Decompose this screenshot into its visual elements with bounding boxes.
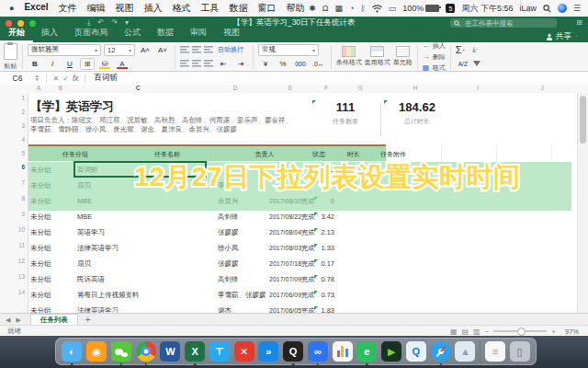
- decimal-buttons[interactable]: .0↔: [311, 58, 326, 70]
- spotlight-search-icon[interactable]: [543, 5, 551, 13]
- zoom-out-button[interactable]: −: [485, 328, 490, 336]
- table-header-时长[interactable]: 时长: [347, 150, 360, 159]
- cell-r5c3[interactable]: 张媛媛: [218, 228, 267, 237]
- style-button-1[interactable]: 套用格式: [365, 46, 390, 67]
- align-bottom-icon[interactable]: [204, 46, 213, 53]
- cell-r8c5[interactable]: 0.78: [303, 275, 334, 283]
- cell-r6c3[interactable]: 徐小凤: [218, 244, 267, 253]
- menu-1[interactable]: 文件: [59, 2, 77, 15]
- menu-excel[interactable]: Excel: [24, 2, 48, 15]
- row-header-10[interactable]: 10: [18, 226, 25, 233]
- cell-r10c1[interactable]: 未分组: [30, 306, 74, 313]
- row-header-2[interactable]: 2: [21, 109, 25, 115]
- cell-r8c1[interactable]: 未分组: [30, 275, 74, 284]
- ribbon-tab-审阅[interactable]: 审阅: [182, 27, 215, 42]
- cell-r7c2[interactable]: 扇贝: [77, 259, 215, 269]
- display-icon[interactable]: ▭: [389, 5, 397, 13]
- column-header-H[interactable]: H: [413, 85, 418, 91]
- table-header-任务名称[interactable]: 任务名称: [154, 150, 180, 159]
- cell-r5c2[interactable]: 英语学习: [77, 228, 215, 237]
- cell-r8c2[interactable]: 民诉英语: [77, 275, 215, 284]
- siri-icon[interactable]: [558, 4, 567, 13]
- ribbon-tab-页面布局[interactable]: 页面布局: [66, 27, 116, 42]
- cells-button-格式[interactable]: ▦格式: [423, 63, 446, 73]
- name-box[interactable]: C6: [0, 74, 35, 83]
- paste-button[interactable]: 粘贴: [4, 43, 17, 71]
- insert-function-icon[interactable]: fx: [73, 74, 79, 83]
- decrease-font-button[interactable]: A˅: [155, 44, 170, 56]
- zoom-slider[interactable]: [493, 330, 547, 332]
- column-header-J[interactable]: J: [540, 85, 543, 91]
- safari-icon[interactable]: [431, 341, 451, 362]
- name-box-stepper[interactable]: ▲▼: [35, 75, 39, 82]
- cell-r6c5[interactable]: 1.33: [303, 244, 334, 252]
- number-format-select[interactable]: 常规 ▾: [258, 44, 319, 56]
- font-color-button[interactable]: A: [115, 58, 130, 70]
- search-input[interactable]: [463, 18, 549, 29]
- increase-font-button[interactable]: A˄: [138, 44, 153, 56]
- table-header-任务分组[interactable]: 任务分组: [62, 150, 88, 159]
- scrollbar-thumb[interactable]: [580, 96, 586, 144]
- red-x-app-icon[interactable]: ✕: [234, 341, 254, 362]
- cell-r4c3[interactable]: 高剑锋: [218, 213, 267, 222]
- table-header-状态[interactable]: 状态: [312, 150, 325, 159]
- menu-3[interactable]: 视图: [116, 2, 134, 15]
- align-top-icon[interactable]: [180, 46, 189, 53]
- status-misc-icon[interactable]: ✱: [309, 5, 316, 13]
- prev-sheet-icon[interactable]: ◀: [6, 316, 10, 324]
- column-header-A[interactable]: A: [37, 85, 40, 91]
- baidu-netdisk-icon[interactable]: ∞: [308, 341, 328, 362]
- cell-r5c5[interactable]: 2.13: [303, 228, 334, 236]
- chrome-icon[interactable]: [136, 341, 156, 362]
- cell-r4c5[interactable]: 3.42: [303, 213, 334, 221]
- cell-r4c1[interactable]: 未分组: [30, 213, 74, 222]
- page-break-view-icon[interactable]: ▥: [473, 328, 481, 336]
- table-row[interactable]: 未分组法律英语学习谢杰2017/06/05完成1.83: [0, 303, 577, 313]
- thunder-icon[interactable]: »: [258, 341, 278, 362]
- ribbon-tab-开始[interactable]: 开始: [0, 27, 33, 42]
- row-header-13[interactable]: 13: [18, 273, 25, 280]
- cell-r8c3[interactable]: 高剑锋: [218, 275, 267, 284]
- column-header-F[interactable]: F: [324, 85, 328, 91]
- column-header-G[interactable]: G: [357, 85, 362, 91]
- trash-icon[interactable]: ▯: [510, 341, 530, 362]
- column-header-E[interactable]: E: [288, 85, 292, 91]
- qq-icon[interactable]: Q: [283, 341, 303, 362]
- row-header-1[interactable]: 1: [21, 95, 25, 101]
- quicktime-icon[interactable]: Q: [406, 341, 426, 362]
- row-header-5[interactable]: 5: [21, 150, 25, 156]
- indent-decrease-button[interactable]: ⇤: [216, 58, 231, 70]
- notification-center-icon[interactable]: ☰: [573, 5, 581, 13]
- table-row[interactable]: 未分组民诉英语高剑锋2017/07/09完成0.78: [0, 271, 577, 288]
- cells-button-删除[interactable]: →删除: [423, 52, 446, 62]
- row-header-4[interactable]: 4: [21, 136, 25, 143]
- autosum-button[interactable]: Σ·: [456, 44, 465, 55]
- row-header-9[interactable]: 9: [21, 211, 25, 217]
- evernote-icon[interactable]: e: [356, 341, 377, 362]
- cell-r6c2[interactable]: 法律英语学习: [77, 244, 215, 253]
- notes-icon[interactable]: ≡: [485, 341, 505, 362]
- formula-value[interactable]: 百词斩: [95, 73, 119, 84]
- fill-button[interactable]: ⤓·: [468, 44, 482, 56]
- zoom-slider-thumb[interactable]: [517, 328, 526, 336]
- align-middle-icon[interactable]: [192, 46, 201, 53]
- row-header-14[interactable]: 14: [18, 289, 25, 295]
- word-icon[interactable]: W: [160, 341, 180, 362]
- zoom-in-button[interactable]: +: [551, 328, 556, 336]
- column-header-D[interactable]: D: [233, 85, 238, 91]
- table-row[interactable]: 未分组MBE高剑锋2017/08/22完成3.42: [0, 209, 577, 225]
- cell-r5c1[interactable]: 未分组: [30, 228, 74, 237]
- indent-increase-button[interactable]: ⇥: [233, 58, 248, 70]
- cell-r4c2[interactable]: MBE: [77, 213, 215, 221]
- finder-icon[interactable]: ◐: [62, 341, 82, 362]
- cancel-entry-icon[interactable]: ✕: [52, 75, 59, 83]
- fill-color-button[interactable]: ⛁: [97, 58, 112, 70]
- column-header-I[interactable]: I: [477, 85, 479, 91]
- ribbon-tab-公式[interactable]: 公式: [116, 27, 149, 42]
- menu-6[interactable]: 工具: [201, 2, 220, 15]
- table-row[interactable]: 未分组扇贝张媛媛2017/07/18完成0.17: [0, 256, 577, 272]
- add-sheet-button[interactable]: +: [85, 315, 91, 325]
- vertical-scrollbar[interactable]: [577, 93, 588, 313]
- sort-label[interactable]: A/Z: [456, 58, 470, 70]
- close-window-button[interactable]: [6, 20, 12, 27]
